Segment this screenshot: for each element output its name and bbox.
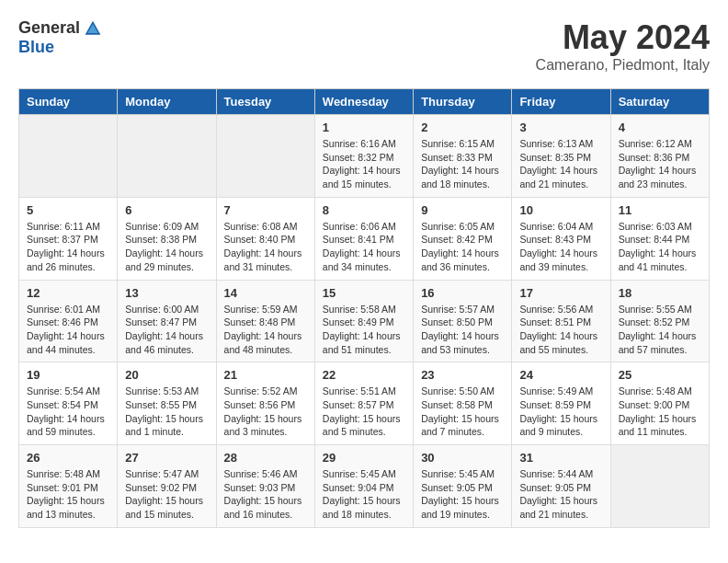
day-info: Sunrise: 6:00 AM Sunset: 8:47 PM Dayligh…: [125, 303, 208, 357]
day-number: 31: [519, 451, 602, 465]
day-number: 16: [421, 286, 504, 300]
day-number: 3: [519, 121, 602, 134]
logo-blue-text: Blue: [18, 38, 54, 57]
calendar-cell: 24Sunrise: 5:49 AM Sunset: 8:59 PM Dayli…: [512, 362, 610, 445]
day-info: Sunrise: 6:11 AM Sunset: 8:37 PM Dayligh…: [27, 220, 109, 274]
calendar-week-row: 19Sunrise: 5:54 AM Sunset: 8:54 PM Dayli…: [19, 362, 710, 445]
calendar-cell: 2Sunrise: 6:15 AM Sunset: 8:33 PM Daylig…: [414, 115, 512, 198]
location-subtitle: Camerano, Piedmont, Italy: [536, 57, 710, 74]
calendar-cell: 13Sunrise: 6:00 AM Sunset: 8:47 PM Dayli…: [118, 280, 216, 362]
calendar-cell: 6Sunrise: 6:09 AM Sunset: 8:38 PM Daylig…: [118, 197, 216, 280]
day-number: 21: [224, 368, 307, 382]
calendar-cell: 21Sunrise: 5:52 AM Sunset: 8:56 PM Dayli…: [216, 362, 314, 445]
page-header: General Blue May 2024 Camerano, Piedmont…: [18, 18, 710, 74]
calendar-cell: 31Sunrise: 5:44 AM Sunset: 9:05 PM Dayli…: [512, 445, 610, 528]
day-info: Sunrise: 5:59 AM Sunset: 8:48 PM Dayligh…: [224, 303, 307, 357]
logo-general-text: General: [18, 18, 80, 38]
day-number: 9: [421, 203, 504, 217]
calendar-cell: 11Sunrise: 6:03 AM Sunset: 8:44 PM Dayli…: [610, 197, 709, 280]
day-info: Sunrise: 5:52 AM Sunset: 8:56 PM Dayligh…: [224, 385, 307, 439]
day-number: 18: [619, 286, 701, 300]
day-info: Sunrise: 5:56 AM Sunset: 8:51 PM Dayligh…: [519, 303, 602, 357]
day-info: Sunrise: 5:51 AM Sunset: 8:57 PM Dayligh…: [323, 385, 405, 439]
day-info: Sunrise: 5:49 AM Sunset: 8:59 PM Dayligh…: [519, 385, 602, 439]
calendar-cell: 19Sunrise: 5:54 AM Sunset: 8:54 PM Dayli…: [19, 362, 118, 445]
day-number: 14: [224, 286, 307, 300]
day-info: Sunrise: 5:45 AM Sunset: 9:04 PM Dayligh…: [323, 467, 405, 522]
day-number: 29: [323, 451, 405, 465]
day-info: Sunrise: 6:12 AM Sunset: 8:36 PM Dayligh…: [619, 137, 701, 191]
calendar-cell: 16Sunrise: 5:57 AM Sunset: 8:50 PM Dayli…: [414, 280, 512, 362]
day-number: 8: [323, 203, 405, 217]
calendar-cell: 17Sunrise: 5:56 AM Sunset: 8:51 PM Dayli…: [512, 280, 610, 362]
day-info: Sunrise: 5:48 AM Sunset: 9:01 PM Dayligh…: [27, 467, 109, 522]
calendar-cell: 22Sunrise: 5:51 AM Sunset: 8:57 PM Dayli…: [314, 362, 413, 445]
calendar-cell: 3Sunrise: 6:13 AM Sunset: 8:35 PM Daylig…: [512, 115, 610, 198]
day-number: 24: [519, 368, 602, 382]
calendar-cell: 18Sunrise: 5:55 AM Sunset: 8:52 PM Dayli…: [610, 280, 709, 362]
calendar-week-row: 26Sunrise: 5:48 AM Sunset: 9:01 PM Dayli…: [19, 445, 710, 528]
calendar-cell: 1Sunrise: 6:16 AM Sunset: 8:32 PM Daylig…: [314, 115, 413, 198]
day-info: Sunrise: 5:44 AM Sunset: 9:05 PM Dayligh…: [519, 467, 602, 522]
calendar-cell: 20Sunrise: 5:53 AM Sunset: 8:55 PM Dayli…: [118, 362, 216, 445]
calendar-cell: 23Sunrise: 5:50 AM Sunset: 8:58 PM Dayli…: [414, 362, 512, 445]
calendar-week-row: 12Sunrise: 6:01 AM Sunset: 8:46 PM Dayli…: [19, 280, 710, 362]
column-header-saturday: Saturday: [610, 89, 709, 115]
day-info: Sunrise: 6:08 AM Sunset: 8:40 PM Dayligh…: [224, 220, 307, 274]
day-info: Sunrise: 5:47 AM Sunset: 9:02 PM Dayligh…: [125, 467, 208, 522]
day-number: 19: [27, 368, 109, 382]
day-number: 11: [619, 203, 701, 217]
day-number: 15: [323, 286, 405, 300]
day-number: 28: [224, 451, 307, 465]
column-header-thursday: Thursday: [414, 89, 512, 115]
calendar-cell: 26Sunrise: 5:48 AM Sunset: 9:01 PM Dayli…: [19, 445, 118, 528]
calendar-cell: [19, 115, 118, 198]
day-number: 27: [125, 451, 208, 465]
calendar-cell: [216, 115, 314, 198]
day-info: Sunrise: 5:45 AM Sunset: 9:05 PM Dayligh…: [421, 467, 504, 522]
calendar-cell: 5Sunrise: 6:11 AM Sunset: 8:37 PM Daylig…: [19, 197, 118, 280]
day-number: 4: [619, 121, 701, 134]
calendar-cell: 15Sunrise: 5:58 AM Sunset: 8:49 PM Dayli…: [314, 280, 413, 362]
day-number: 1: [323, 121, 405, 134]
column-header-monday: Monday: [118, 89, 216, 115]
calendar-cell: [118, 115, 216, 198]
logo-icon: [84, 19, 102, 38]
day-number: 10: [519, 203, 602, 217]
calendar-cell: 25Sunrise: 5:48 AM Sunset: 9:00 PM Dayli…: [610, 362, 709, 445]
logo: General Blue: [18, 18, 102, 57]
calendar-cell: 10Sunrise: 6:04 AM Sunset: 8:43 PM Dayli…: [512, 197, 610, 280]
day-number: 2: [421, 121, 504, 134]
calendar-cell: 4Sunrise: 6:12 AM Sunset: 8:36 PM Daylig…: [610, 115, 709, 198]
calendar-cell: 27Sunrise: 5:47 AM Sunset: 9:02 PM Dayli…: [118, 445, 216, 528]
calendar-cell: 29Sunrise: 5:45 AM Sunset: 9:04 PM Dayli…: [314, 445, 413, 528]
day-info: Sunrise: 6:01 AM Sunset: 8:46 PM Dayligh…: [27, 303, 109, 357]
day-info: Sunrise: 6:13 AM Sunset: 8:35 PM Dayligh…: [519, 137, 602, 191]
column-header-sunday: Sunday: [19, 89, 118, 115]
day-info: Sunrise: 6:16 AM Sunset: 8:32 PM Dayligh…: [323, 137, 405, 191]
day-info: Sunrise: 5:55 AM Sunset: 8:52 PM Dayligh…: [619, 303, 701, 357]
day-info: Sunrise: 5:54 AM Sunset: 8:54 PM Dayligh…: [27, 385, 109, 439]
calendar-header-row: SundayMondayTuesdayWednesdayThursdayFrid…: [19, 89, 710, 115]
day-info: Sunrise: 6:04 AM Sunset: 8:43 PM Dayligh…: [519, 220, 602, 274]
calendar-table: SundayMondayTuesdayWednesdayThursdayFrid…: [18, 88, 710, 528]
day-info: Sunrise: 6:15 AM Sunset: 8:33 PM Dayligh…: [421, 137, 504, 191]
day-number: 30: [421, 451, 504, 465]
day-number: 17: [519, 286, 602, 300]
day-info: Sunrise: 6:06 AM Sunset: 8:41 PM Dayligh…: [323, 220, 405, 274]
day-info: Sunrise: 6:05 AM Sunset: 8:42 PM Dayligh…: [421, 220, 504, 274]
day-info: Sunrise: 6:09 AM Sunset: 8:38 PM Dayligh…: [125, 220, 208, 274]
day-number: 26: [27, 451, 109, 465]
calendar-cell: 8Sunrise: 6:06 AM Sunset: 8:41 PM Daylig…: [314, 197, 413, 280]
day-info: Sunrise: 5:58 AM Sunset: 8:49 PM Dayligh…: [323, 303, 405, 357]
calendar-cell: 28Sunrise: 5:46 AM Sunset: 9:03 PM Dayli…: [216, 445, 314, 528]
day-info: Sunrise: 5:46 AM Sunset: 9:03 PM Dayligh…: [224, 467, 307, 522]
day-number: 12: [27, 286, 109, 300]
day-number: 13: [125, 286, 208, 300]
day-number: 5: [27, 203, 109, 217]
day-info: Sunrise: 5:57 AM Sunset: 8:50 PM Dayligh…: [421, 303, 504, 357]
day-number: 23: [421, 368, 504, 382]
day-number: 6: [125, 203, 208, 217]
day-number: 22: [323, 368, 405, 382]
calendar-cell: 12Sunrise: 6:01 AM Sunset: 8:46 PM Dayli…: [19, 280, 118, 362]
